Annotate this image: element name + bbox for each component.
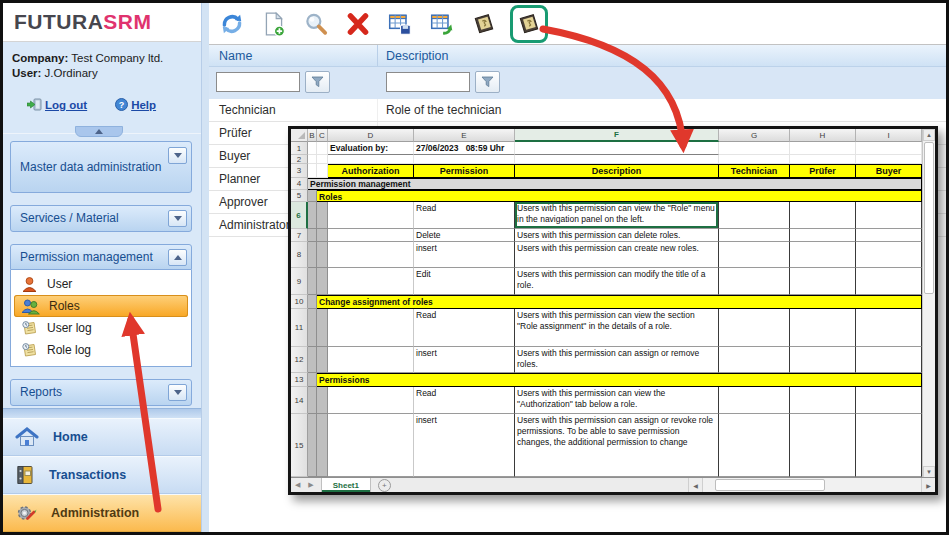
panel-expand-button[interactable] [168,384,187,401]
description-filter-button[interactable] [475,71,500,93]
scroll-track [702,478,921,492]
sheet-cell [414,155,515,164]
chevron-up-icon [174,251,182,260]
panel-permission-management[interactable]: Permission management [10,244,192,270]
sidebar-item-roles[interactable]: Roles [14,295,188,317]
sheet-row-header: 7 [291,229,308,242]
sheet-cell [328,242,414,268]
panel-expand-button[interactable] [168,210,187,227]
transactions-icon [15,465,35,485]
sheet-row-header: 11 [291,309,308,347]
sidebar-item-user-log[interactable]: User log [14,317,188,339]
sidebar-splitter[interactable] [202,3,209,532]
roles-icon [21,298,40,315]
sheet-cell [328,309,414,347]
name-filter-button[interactable] [305,71,330,93]
sidebar-item-label: User log [47,321,92,335]
company-value: Test Company ltd. [71,52,163,64]
sheet-permission-cell: Delete [414,229,515,242]
export-grid-button[interactable] [428,10,456,38]
role-name: Planner [219,172,260,186]
panel-expand-button[interactable] [168,147,187,164]
sheet-row-header: 14 [291,387,308,414]
log-icon [21,342,38,358]
sheet-cell [719,387,790,414]
sheet-cell [719,242,790,268]
search-button[interactable] [302,10,330,38]
save-grid-button[interactable] [386,10,414,38]
sheet-grid: 1Evaluation by:27/06/2023 08:59 Uhr23Aut… [291,142,922,478]
new-document-icon [261,11,287,37]
panel-label: Master data administration [20,157,168,177]
sidebar-item-label: User [47,277,72,291]
sheet-cell [308,142,317,155]
column-header-description[interactable]: Description [386,49,449,63]
scroll-thumb [924,142,934,294]
sheet-row-15: 15insertUsers with this permission can a… [291,414,922,477]
panel-reports[interactable]: Reports [10,379,192,406]
sheet-cell [719,229,790,242]
nav-item-label: Home [53,430,88,444]
evaluation-datetime: 27/06/2023 08:59 Uhr [414,142,515,155]
spreadsheet-overlay: BCDEFGHI 1Evaluation by:27/06/2023 08:59… [288,126,938,495]
sheet-cell [856,347,922,373]
description-filter-input[interactable] [386,72,470,92]
sheet-cell [790,268,856,295]
scroll-thumb [715,479,825,491]
scroll-left-button: ◀ [688,478,702,492]
sheet-horizontal-scrollbar: ◀ ▶ [688,478,935,492]
sheet-header-authorization: Authorization [328,164,414,178]
sheet-cell [790,309,856,347]
column-divider[interactable] [377,45,378,66]
sheet-cell [308,309,317,347]
column-header-name[interactable]: Name [219,49,252,63]
excel-export-button[interactable] [470,10,498,38]
sheet-cell [328,387,414,414]
sheet-description-cell: Users with this permission can modify th… [515,268,719,295]
refresh-button[interactable] [218,10,246,38]
sheet-cell [719,268,790,295]
nav-item-administration[interactable]: Administration [3,494,201,532]
sheet-section-row: Permissions [317,373,922,387]
sheet-cell [317,142,328,155]
sheet-cell [790,414,856,477]
sheet-cell [308,414,317,477]
bottom-nav-items: HomeTransactionsAdministration [3,418,201,532]
sheet-cell [328,414,414,477]
filter-row [209,67,946,100]
role-row-technician[interactable]: Technician Role of the technician [209,99,946,122]
sheet-cell [719,202,790,229]
panel-services-material[interactable]: Services / Material [10,205,192,232]
user-icon [21,276,38,293]
logout-link[interactable]: Log out [27,98,87,111]
sheet-row-13: 13Permissions [291,373,922,387]
svg-text:?: ? [119,100,125,110]
role-name: Administrator [219,218,290,232]
nav-item-home[interactable]: Home [3,418,201,456]
panel-label: Reports [20,381,168,404]
sheet-permission-cell: Read [414,309,515,347]
sheet-cell [308,268,317,295]
nav-item-transactions[interactable]: Transactions [3,456,201,494]
scroll-up-button: ▲ [923,129,935,141]
sheet-cell [308,164,317,178]
sheet-cell [308,295,317,309]
filter-funnel-icon [311,76,324,88]
help-book-button[interactable] [515,10,543,38]
delete-button[interactable] [344,10,372,38]
sidebar-collapse-handle[interactable] [75,126,123,137]
sheet-cell [308,202,317,229]
panel-collapse-button[interactable] [168,249,187,266]
sidebar-item-role-log[interactable]: Role log [14,339,188,361]
sheet-cell [317,414,328,477]
name-filter-input[interactable] [216,72,300,92]
panel-master-data[interactable]: Master data administration [10,141,192,193]
sidebar-item-user[interactable]: User [14,273,188,295]
sheet-cell [856,268,922,295]
sheet-row-header: 2 [291,155,308,164]
help-link[interactable]: ?Help [115,98,156,111]
sheet-section-row: Roles [317,190,922,202]
new-document-button[interactable] [260,10,288,38]
sheet-cell [317,164,328,178]
sheet-permission-cell: Read [414,387,515,414]
